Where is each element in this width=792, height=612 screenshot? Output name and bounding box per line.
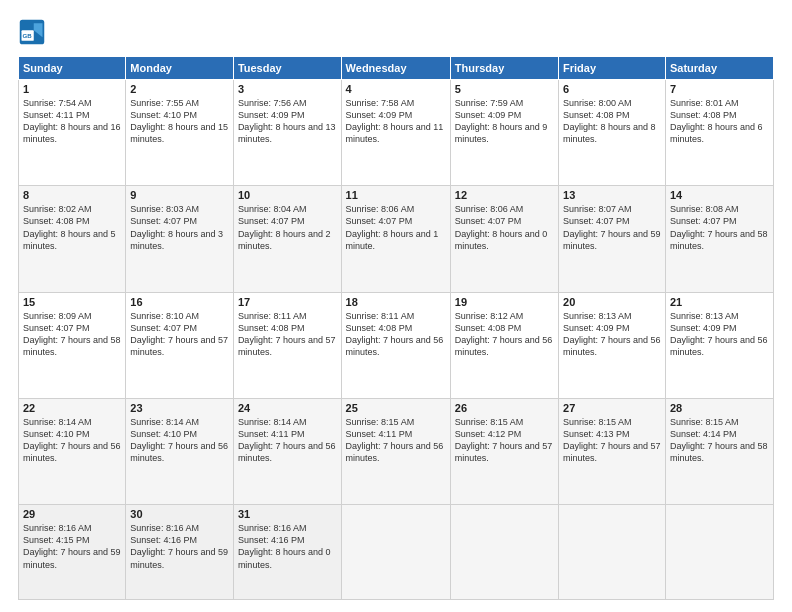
- sunset-label: Sunset: 4:09 PM: [238, 110, 305, 120]
- calendar-cell: 30 Sunrise: 8:16 AM Sunset: 4:16 PM Dayl…: [126, 505, 234, 600]
- day-number: 21: [670, 296, 769, 308]
- sunrise-label: Sunrise: 8:08 AM: [670, 204, 739, 214]
- calendar-cell: 22 Sunrise: 8:14 AM Sunset: 4:10 PM Dayl…: [19, 398, 126, 504]
- sunset-label: Sunset: 4:09 PM: [563, 323, 630, 333]
- calendar-cell: 28 Sunrise: 8:15 AM Sunset: 4:14 PM Dayl…: [665, 398, 773, 504]
- sunset-label: Sunset: 4:07 PM: [455, 216, 522, 226]
- daylight-label: Daylight: 8 hours and 0 minutes.: [238, 547, 331, 569]
- calendar-cell: 2 Sunrise: 7:55 AM Sunset: 4:10 PM Dayli…: [126, 80, 234, 186]
- sunset-label: Sunset: 4:15 PM: [23, 535, 90, 545]
- day-info: Sunrise: 8:11 AM Sunset: 4:08 PM Dayligh…: [346, 310, 446, 359]
- day-number: 13: [563, 189, 661, 201]
- day-info: Sunrise: 8:11 AM Sunset: 4:08 PM Dayligh…: [238, 310, 337, 359]
- calendar-cell: 19 Sunrise: 8:12 AM Sunset: 4:08 PM Dayl…: [450, 292, 558, 398]
- day-info: Sunrise: 8:16 AM Sunset: 4:15 PM Dayligh…: [23, 522, 121, 571]
- sunset-label: Sunset: 4:11 PM: [238, 429, 305, 439]
- daylight-label: Daylight: 8 hours and 13 minutes.: [238, 122, 336, 144]
- day-number: 10: [238, 189, 337, 201]
- sunset-label: Sunset: 4:16 PM: [130, 535, 197, 545]
- daylight-label: Daylight: 8 hours and 15 minutes.: [130, 122, 228, 144]
- sunset-label: Sunset: 4:08 PM: [670, 110, 737, 120]
- header-saturday: Saturday: [665, 57, 773, 80]
- sunrise-label: Sunrise: 8:15 AM: [346, 417, 415, 427]
- day-number: 3: [238, 83, 337, 95]
- calendar-cell: 21 Sunrise: 8:13 AM Sunset: 4:09 PM Dayl…: [665, 292, 773, 398]
- calendar-cell: [450, 505, 558, 600]
- daylight-label: Daylight: 7 hours and 56 minutes.: [455, 335, 553, 357]
- calendar-cell: 8 Sunrise: 8:02 AM Sunset: 4:08 PM Dayli…: [19, 186, 126, 292]
- day-number: 27: [563, 402, 661, 414]
- calendar-cell: 3 Sunrise: 7:56 AM Sunset: 4:09 PM Dayli…: [233, 80, 341, 186]
- daylight-label: Daylight: 7 hours and 57 minutes.: [563, 441, 661, 463]
- sunset-label: Sunset: 4:08 PM: [23, 216, 90, 226]
- sunset-label: Sunset: 4:07 PM: [346, 216, 413, 226]
- day-info: Sunrise: 8:15 AM Sunset: 4:14 PM Dayligh…: [670, 416, 769, 465]
- calendar-cell: 9 Sunrise: 8:03 AM Sunset: 4:07 PM Dayli…: [126, 186, 234, 292]
- day-number: 14: [670, 189, 769, 201]
- sunrise-label: Sunrise: 8:01 AM: [670, 98, 739, 108]
- calendar-cell: 14 Sunrise: 8:08 AM Sunset: 4:07 PM Dayl…: [665, 186, 773, 292]
- sunrise-label: Sunrise: 8:06 AM: [455, 204, 524, 214]
- calendar-cell: 4 Sunrise: 7:58 AM Sunset: 4:09 PM Dayli…: [341, 80, 450, 186]
- sunrise-label: Sunrise: 8:09 AM: [23, 311, 92, 321]
- day-info: Sunrise: 8:15 AM Sunset: 4:11 PM Dayligh…: [346, 416, 446, 465]
- sunset-label: Sunset: 4:08 PM: [455, 323, 522, 333]
- sunset-label: Sunset: 4:14 PM: [670, 429, 737, 439]
- daylight-label: Daylight: 8 hours and 5 minutes.: [23, 229, 116, 251]
- calendar-cell: 10 Sunrise: 8:04 AM Sunset: 4:07 PM Dayl…: [233, 186, 341, 292]
- sunrise-label: Sunrise: 8:03 AM: [130, 204, 199, 214]
- day-number: 24: [238, 402, 337, 414]
- day-number: 6: [563, 83, 661, 95]
- sunset-label: Sunset: 4:10 PM: [23, 429, 90, 439]
- sunset-label: Sunset: 4:16 PM: [238, 535, 305, 545]
- day-info: Sunrise: 8:09 AM Sunset: 4:07 PM Dayligh…: [23, 310, 121, 359]
- day-number: 30: [130, 508, 229, 520]
- calendar-cell: 26 Sunrise: 8:15 AM Sunset: 4:12 PM Dayl…: [450, 398, 558, 504]
- daylight-label: Daylight: 7 hours and 57 minutes.: [455, 441, 553, 463]
- calendar-week-5: 29 Sunrise: 8:16 AM Sunset: 4:15 PM Dayl…: [19, 505, 774, 600]
- sunrise-label: Sunrise: 8:10 AM: [130, 311, 199, 321]
- daylight-label: Daylight: 7 hours and 56 minutes.: [23, 441, 121, 463]
- sunrise-label: Sunrise: 8:15 AM: [455, 417, 524, 427]
- day-info: Sunrise: 8:01 AM Sunset: 4:08 PM Dayligh…: [670, 97, 769, 146]
- calendar-cell: 13 Sunrise: 8:07 AM Sunset: 4:07 PM Dayl…: [559, 186, 666, 292]
- day-number: 20: [563, 296, 661, 308]
- svg-text:GB: GB: [22, 32, 32, 39]
- calendar-cell: 12 Sunrise: 8:06 AM Sunset: 4:07 PM Dayl…: [450, 186, 558, 292]
- sunset-label: Sunset: 4:08 PM: [238, 323, 305, 333]
- calendar-cell: 18 Sunrise: 8:11 AM Sunset: 4:08 PM Dayl…: [341, 292, 450, 398]
- sunset-label: Sunset: 4:10 PM: [130, 110, 197, 120]
- day-info: Sunrise: 8:13 AM Sunset: 4:09 PM Dayligh…: [670, 310, 769, 359]
- calendar-cell: 24 Sunrise: 8:14 AM Sunset: 4:11 PM Dayl…: [233, 398, 341, 504]
- sunrise-label: Sunrise: 8:11 AM: [238, 311, 307, 321]
- daylight-label: Daylight: 8 hours and 2 minutes.: [238, 229, 331, 251]
- daylight-label: Daylight: 7 hours and 57 minutes.: [238, 335, 336, 357]
- day-info: Sunrise: 8:13 AM Sunset: 4:09 PM Dayligh…: [563, 310, 661, 359]
- sunrise-label: Sunrise: 8:02 AM: [23, 204, 92, 214]
- sunset-label: Sunset: 4:07 PM: [670, 216, 737, 226]
- calendar-cell: 7 Sunrise: 8:01 AM Sunset: 4:08 PM Dayli…: [665, 80, 773, 186]
- sunrise-label: Sunrise: 8:16 AM: [130, 523, 199, 533]
- daylight-label: Daylight: 7 hours and 56 minutes.: [346, 441, 444, 463]
- sunset-label: Sunset: 4:12 PM: [455, 429, 522, 439]
- day-number: 22: [23, 402, 121, 414]
- day-number: 2: [130, 83, 229, 95]
- sunset-label: Sunset: 4:08 PM: [563, 110, 630, 120]
- weekday-header-row: Sunday Monday Tuesday Wednesday Thursday…: [19, 57, 774, 80]
- calendar-cell: 16 Sunrise: 8:10 AM Sunset: 4:07 PM Dayl…: [126, 292, 234, 398]
- sunrise-label: Sunrise: 7:58 AM: [346, 98, 415, 108]
- day-info: Sunrise: 8:10 AM Sunset: 4:07 PM Dayligh…: [130, 310, 229, 359]
- day-info: Sunrise: 8:15 AM Sunset: 4:13 PM Dayligh…: [563, 416, 661, 465]
- sunset-label: Sunset: 4:11 PM: [23, 110, 90, 120]
- day-number: 7: [670, 83, 769, 95]
- sunrise-label: Sunrise: 8:15 AM: [563, 417, 632, 427]
- calendar-cell: 11 Sunrise: 8:06 AM Sunset: 4:07 PM Dayl…: [341, 186, 450, 292]
- daylight-label: Daylight: 7 hours and 58 minutes.: [670, 229, 768, 251]
- day-info: Sunrise: 8:08 AM Sunset: 4:07 PM Dayligh…: [670, 203, 769, 252]
- day-info: Sunrise: 8:12 AM Sunset: 4:08 PM Dayligh…: [455, 310, 554, 359]
- header-thursday: Thursday: [450, 57, 558, 80]
- daylight-label: Daylight: 7 hours and 57 minutes.: [130, 335, 228, 357]
- day-info: Sunrise: 8:04 AM Sunset: 4:07 PM Dayligh…: [238, 203, 337, 252]
- daylight-label: Daylight: 7 hours and 56 minutes.: [130, 441, 228, 463]
- day-number: 12: [455, 189, 554, 201]
